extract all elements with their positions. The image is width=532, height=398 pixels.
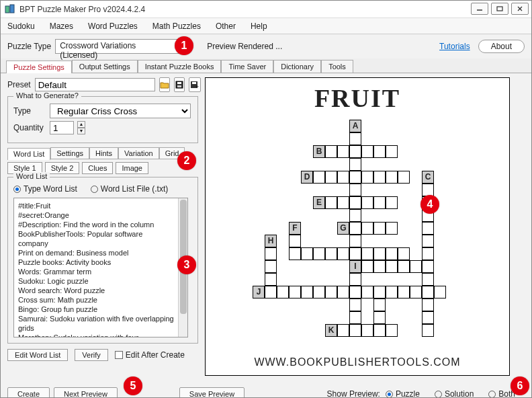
maximize-button[interactable] — [491, 3, 508, 15]
grid-label-cell: G — [337, 222, 349, 235]
menu-other[interactable]: Other — [216, 22, 236, 31]
word-list-title: Word List — [13, 172, 50, 180]
radio-type-word-list[interactable]: Type Word List — [13, 184, 77, 194]
svg-text:+: + — [195, 83, 199, 89]
grid-cell — [422, 184, 434, 196]
radio-solution[interactable]: Solution — [435, 389, 474, 398]
grid-cell — [373, 298, 386, 311]
about-button[interactable]: About — [478, 40, 525, 53]
grid-cell — [301, 286, 313, 298]
grid-cell — [361, 260, 373, 273]
grid-label-cell: A — [349, 120, 361, 132]
grid-cell — [349, 196, 361, 209]
menu-math-puzzles[interactable]: Math Puzzles — [152, 22, 201, 31]
grid-cell — [373, 286, 386, 298]
grid-cell — [373, 247, 386, 260]
preset-label: Preset — [7, 80, 31, 89]
grid-cell — [361, 145, 373, 158]
menu-mazes[interactable]: Mazes — [50, 22, 73, 31]
grid-cell — [349, 171, 361, 184]
tab-instant-books[interactable]: Instant Puzzle Books — [138, 60, 222, 73]
grid-cell — [313, 286, 325, 298]
grid-cell — [398, 260, 410, 273]
grid-cell — [398, 286, 410, 298]
grid-cell — [265, 247, 277, 260]
grid-cell — [349, 235, 361, 247]
crossword-grid: ABCDEFGHIJK — [253, 120, 461, 348]
tab-output-settings[interactable]: Output Settings — [72, 60, 138, 73]
grid-cell — [325, 171, 337, 184]
grid-cell — [422, 222, 434, 235]
marker-2: 2 — [177, 151, 196, 170]
grid-cell — [337, 324, 349, 337]
menu-help[interactable]: Help — [251, 22, 267, 31]
grid-cell — [386, 145, 398, 158]
edit-after-create-checkbox[interactable]: Edit After Create — [115, 350, 185, 360]
radio-word-list-file[interactable]: Word List File (.txt) — [91, 184, 168, 194]
grid-cell — [373, 260, 386, 273]
grid-cell — [386, 247, 398, 260]
subtab-word-list[interactable]: Word List — [7, 148, 50, 160]
quantity-spinner[interactable]: ▲▼ — [77, 121, 85, 134]
preset-input[interactable] — [35, 78, 155, 91]
grid-cell — [410, 260, 422, 273]
grid-cell — [422, 286, 434, 298]
subtab-hints[interactable]: Hints — [89, 147, 118, 159]
subtab-settings[interactable]: Settings — [50, 147, 89, 159]
grid-cell — [373, 196, 386, 209]
save-preset-icon[interactable] — [174, 77, 185, 92]
grid-label-cell: C — [422, 171, 434, 184]
tab-dictionary[interactable]: Dictionary — [273, 60, 321, 73]
tab-strip: Puzzle Settings Output Settings Instant … — [1, 58, 531, 73]
style2-button[interactable]: Style 2 — [45, 162, 80, 174]
grid-cell — [313, 171, 325, 184]
grid-cell — [349, 158, 361, 171]
grid-cell — [410, 286, 422, 298]
menu-sudoku[interactable]: Sudoku — [7, 22, 35, 31]
puzzle-type-dropdown[interactable]: Crossword Variations (Licensed) — [55, 39, 189, 54]
grid-cell — [386, 171, 398, 184]
grid-cell — [386, 222, 398, 235]
type-dropdown[interactable]: Regular Criss Cross — [50, 104, 191, 118]
footer: Create Next Preview Save Preview Show Pr… — [1, 383, 531, 398]
grid-cell — [265, 286, 277, 298]
edit-word-list-button[interactable]: Edit Word List — [7, 349, 68, 361]
grid-cell — [313, 247, 325, 260]
quantity-input[interactable] — [50, 121, 74, 134]
next-preview-button[interactable]: Next Preview — [54, 387, 118, 398]
save-preview-button[interactable]: Save Preview — [179, 387, 245, 398]
grid-label-cell: K — [325, 324, 337, 337]
grid-cell — [373, 311, 386, 324]
close-button[interactable] — [511, 3, 529, 15]
word-list-textarea[interactable]: #title:Fruit #secret:Orange #Description… — [13, 198, 188, 337]
tutorials-link[interactable]: Tutorials — [439, 42, 470, 51]
subtab-variation[interactable]: Variation — [118, 147, 159, 159]
grid-cell — [349, 247, 361, 260]
preview-title: FRUIT — [210, 83, 505, 113]
grid-cell — [325, 286, 337, 298]
grid-label-cell: H — [265, 235, 277, 247]
minimize-button[interactable] — [471, 3, 488, 15]
tab-time-saver[interactable]: Time Saver — [221, 60, 273, 73]
radio-puzzle[interactable]: Puzzle — [386, 389, 420, 398]
grid-cell — [349, 298, 361, 311]
save-as-preset-icon[interactable]: + — [189, 77, 201, 92]
verify-button[interactable]: Verify — [75, 349, 108, 361]
marker-3: 3 — [177, 255, 196, 274]
grid-cell — [373, 171, 386, 184]
grid-cell — [349, 311, 361, 324]
image-button[interactable]: Image — [116, 162, 148, 174]
clues-button[interactable]: Clues — [82, 162, 113, 174]
type-label: Type — [13, 106, 46, 116]
create-button[interactable]: Create — [7, 387, 50, 398]
grid-cell — [337, 171, 349, 184]
open-preset-icon[interactable] — [159, 77, 170, 92]
grid-cell — [373, 222, 386, 235]
grid-label-cell: J — [253, 286, 265, 298]
puzzle-type-label: Puzzle Type — [7, 42, 51, 51]
menu-word-puzzles[interactable]: Word Puzzles — [88, 22, 138, 31]
marker-6: 6 — [511, 376, 529, 395]
tab-puzzle-settings[interactable]: Puzzle Settings — [6, 61, 72, 73]
tab-tools[interactable]: Tools — [321, 60, 353, 73]
marker-1: 1 — [175, 36, 193, 55]
